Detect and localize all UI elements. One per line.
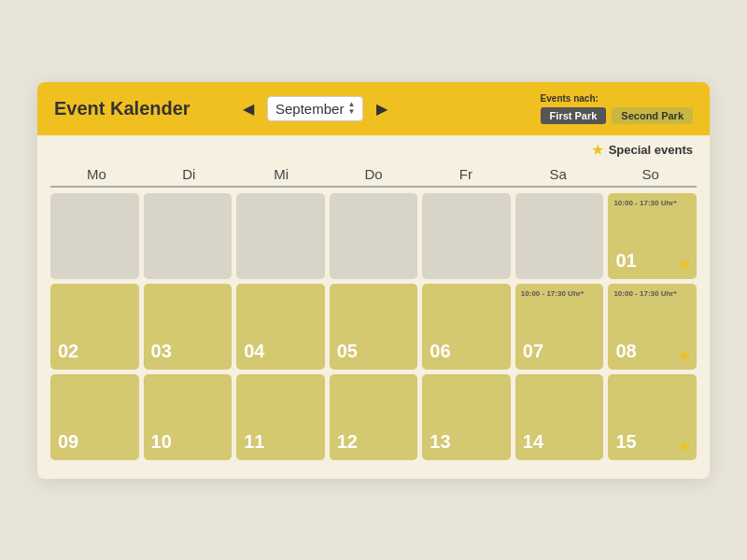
- table-row[interactable]: 10: [144, 374, 233, 460]
- events-nach-section: Events nach: First Park Second Park: [541, 93, 693, 124]
- day-number: 14: [523, 431, 543, 453]
- table-row[interactable]: [330, 193, 418, 279]
- table-row[interactable]: 09: [50, 374, 139, 460]
- calendar-header: Event Kalender ◀ September ▲ ▼ ▶ Events …: [37, 82, 710, 135]
- table-row[interactable]: [236, 193, 325, 279]
- table-row[interactable]: 06: [422, 284, 511, 370]
- table-row[interactable]: 13: [422, 374, 511, 460]
- next-month-button[interactable]: ▶: [371, 98, 393, 119]
- special-events-label: Special events: [609, 143, 693, 157]
- day-header-do: Do: [328, 162, 420, 188]
- table-row[interactable]: [422, 193, 511, 279]
- day-number: 08: [615, 341, 636, 362]
- first-park-button[interactable]: First Park: [541, 107, 607, 124]
- star-badge-icon: ★: [678, 346, 691, 364]
- table-row[interactable]: [50, 193, 139, 279]
- table-row[interactable]: 12: [330, 374, 418, 460]
- table-row[interactable]: 05: [330, 284, 418, 370]
- table-row[interactable]: 11: [236, 374, 325, 460]
- day-number: 07: [523, 341, 543, 362]
- month-arrows[interactable]: ▲ ▼: [347, 101, 355, 116]
- day-number: 12: [337, 431, 358, 453]
- special-events-row: ★ Special events: [37, 135, 710, 162]
- event-time: 10:00 - 17:30 Uhr*: [613, 289, 676, 299]
- day-header-di: Di: [143, 162, 235, 188]
- table-row[interactable]: 10:00 - 17:30 Uhr* 07: [515, 284, 604, 370]
- table-row[interactable]: 04: [236, 284, 325, 370]
- calendar-container: Event Kalender ◀ September ▲ ▼ ▶ Events …: [37, 82, 710, 479]
- event-time: 10:00 - 17:30 Uhr*: [521, 289, 584, 299]
- month-label: September: [275, 101, 344, 117]
- second-park-button[interactable]: Second Park: [612, 107, 693, 124]
- day-headers: Mo Di Mi Do Fr Sa So: [37, 162, 710, 188]
- table-row[interactable]: 03: [144, 284, 233, 370]
- table-row[interactable]: 10:00 - 17:30 Uhr* 01 ★: [608, 193, 697, 279]
- table-row[interactable]: 02: [50, 284, 139, 370]
- table-row[interactable]: 15 ★: [608, 374, 697, 460]
- day-header-fr: Fr: [419, 162, 512, 188]
- table-row[interactable]: [515, 193, 604, 279]
- star-icon: ★: [591, 141, 604, 159]
- events-nach-label: Events nach:: [541, 93, 599, 104]
- star-badge-icon: ★: [678, 437, 691, 455]
- calendar-title: Event Kalender: [54, 98, 204, 119]
- day-header-mo: Mo: [50, 162, 143, 188]
- day-number: 05: [337, 341, 358, 362]
- day-header-sa: Sa: [512, 162, 604, 188]
- table-row[interactable]: 10:00 - 17:30 Uhr* 08 ★: [608, 284, 697, 370]
- calendar-grid: 10:00 - 17:30 Uhr* 01 ★ 02 03 04 05 06 1…: [37, 193, 710, 460]
- table-row[interactable]: [144, 193, 233, 279]
- day-number: 03: [151, 341, 172, 362]
- day-header-mi: Mi: [235, 162, 328, 188]
- day-number: 02: [58, 341, 78, 362]
- day-number: 11: [244, 431, 264, 453]
- day-number: 01: [615, 250, 636, 272]
- park-buttons-group: First Park Second Park: [541, 107, 693, 124]
- day-number: 13: [430, 431, 450, 453]
- day-number: 09: [58, 431, 78, 453]
- day-number: 10: [151, 431, 172, 453]
- table-row[interactable]: 14: [515, 374, 604, 460]
- day-header-so: So: [604, 162, 697, 188]
- day-number: 04: [244, 341, 264, 362]
- month-selector[interactable]: September ▲ ▼: [267, 96, 363, 121]
- month-navigation: ◀ September ▲ ▼ ▶: [237, 96, 393, 121]
- event-time: 10:00 - 17:30 Uhr*: [613, 199, 676, 208]
- day-number: 15: [615, 431, 636, 453]
- prev-month-button[interactable]: ◀: [237, 98, 260, 119]
- day-number: 06: [430, 341, 450, 362]
- star-badge-icon: ★: [678, 256, 691, 273]
